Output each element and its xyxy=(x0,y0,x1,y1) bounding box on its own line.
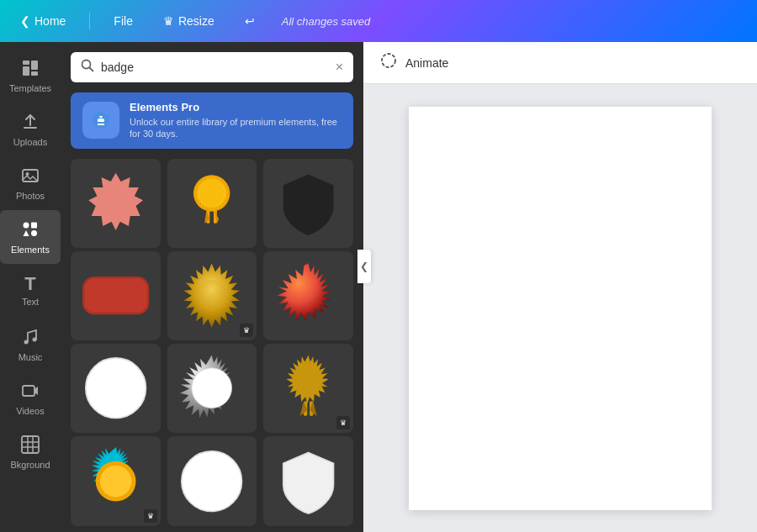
svg-rect-2 xyxy=(31,61,38,70)
templates-label: Templates xyxy=(9,83,51,93)
svg-point-29 xyxy=(85,358,146,419)
home-button[interactable]: ❮ Home xyxy=(13,9,72,33)
canvas-page[interactable] xyxy=(409,107,712,510)
photos-label: Photos xyxy=(16,191,45,201)
videos-icon xyxy=(21,382,40,403)
resize-icon: ♛ xyxy=(163,14,174,28)
sidebar-item-elements[interactable]: Elements xyxy=(0,210,61,264)
element-award-gold2[interactable]: ♛ xyxy=(263,344,353,434)
promo-icon xyxy=(82,102,119,139)
svg-rect-3 xyxy=(31,71,38,76)
text-icon: T xyxy=(24,275,35,293)
elements-grid: ♛ xyxy=(61,159,363,532)
uploads-icon xyxy=(21,113,40,134)
element-badge-red[interactable] xyxy=(71,251,161,341)
save-status: All changes saved xyxy=(282,15,371,28)
panel-collapse-toggle[interactable]: ❮ xyxy=(357,250,371,283)
undo-icon: ↩ xyxy=(245,14,255,28)
svg-rect-1 xyxy=(23,66,29,76)
svg-point-37 xyxy=(182,450,242,511)
undo-button[interactable]: ↩ xyxy=(238,9,262,33)
crown-badge-3: ♛ xyxy=(144,509,157,523)
photos-icon xyxy=(21,166,40,187)
sidebar-item-music[interactable]: Music xyxy=(0,318,61,371)
left-panel: × Elements Pro Unlock our entire library… xyxy=(61,42,363,532)
crown-badge-2: ♛ xyxy=(336,416,350,429)
animate-label: Animate xyxy=(405,56,448,70)
element-circle-white[interactable] xyxy=(71,344,161,434)
sidebar-item-uploads[interactable]: Uploads xyxy=(0,103,61,156)
svg-rect-12 xyxy=(23,386,34,396)
music-icon xyxy=(21,328,40,349)
canvas-area xyxy=(363,84,757,532)
svg-point-38 xyxy=(382,54,395,67)
music-label: Music xyxy=(19,352,43,362)
svg-point-6 xyxy=(26,172,29,176)
svg-line-19 xyxy=(90,68,93,71)
promo-title: Elements Pro xyxy=(130,101,341,113)
elements-label: Elements xyxy=(11,245,50,255)
search-input[interactable] xyxy=(101,61,329,74)
templates-icon xyxy=(21,59,40,80)
sidebar-item-videos[interactable]: Videos xyxy=(0,371,61,425)
element-seal-gold[interactable]: ♛ xyxy=(167,251,257,341)
sidebar-item-templates[interactable]: Templates xyxy=(0,49,61,103)
background-icon xyxy=(21,435,40,456)
svg-rect-26 xyxy=(83,278,148,314)
chevron-left-icon: ❮ xyxy=(20,14,30,28)
svg-rect-13 xyxy=(22,436,39,453)
svg-point-7 xyxy=(24,222,29,228)
resize-button[interactable]: ♛ Resize xyxy=(156,9,221,33)
sidebar-item-background[interactable]: Bkground xyxy=(0,425,61,479)
uploads-label: Uploads xyxy=(13,137,47,147)
promo-text: Elements Pro Unlock our entire library o… xyxy=(130,101,341,140)
element-circle-teal[interactable]: ♛ xyxy=(71,436,161,526)
search-bar: × xyxy=(71,52,353,82)
element-gear-silver[interactable] xyxy=(167,344,257,434)
topbar-divider xyxy=(89,13,90,29)
file-button[interactable]: File xyxy=(107,9,140,33)
topbar: ❮ Home File ♛ Resize ↩ All changes saved xyxy=(0,0,757,42)
svg-rect-8 xyxy=(31,222,37,228)
crown-badge: ♛ xyxy=(240,324,253,337)
text-label: Text xyxy=(22,297,39,307)
file-label: File xyxy=(114,14,133,28)
resize-label: Resize xyxy=(178,14,214,28)
element-rosette-pink[interactable] xyxy=(71,159,161,249)
sidebar-item-photos[interactable]: Photos xyxy=(0,156,61,210)
animate-bar: Animate xyxy=(363,42,757,84)
collapse-icon: ❮ xyxy=(360,261,368,272)
sidebar: Templates Uploads Photos xyxy=(0,42,61,532)
svg-point-9 xyxy=(31,230,37,236)
promo-banner[interactable]: Elements Pro Unlock our entire library o… xyxy=(71,92,353,149)
home-label: Home xyxy=(34,14,66,28)
search-clear-button[interactable]: × xyxy=(336,60,343,75)
element-starburst-red[interactable] xyxy=(263,251,353,341)
element-shield-black[interactable] xyxy=(263,159,353,249)
animate-icon xyxy=(380,52,397,73)
element-circle-white2[interactable] xyxy=(167,436,257,526)
svg-rect-4 xyxy=(24,127,37,129)
svg-point-10 xyxy=(24,340,29,344)
background-label: Bkground xyxy=(10,460,50,470)
promo-subtitle: Unlock our entire library of premium ele… xyxy=(130,116,341,140)
svg-point-36 xyxy=(100,465,132,497)
svg-rect-0 xyxy=(23,61,29,65)
element-award-gold[interactable] xyxy=(167,159,257,249)
elements-icon xyxy=(21,220,40,241)
element-shield-white[interactable] xyxy=(263,436,353,526)
svg-point-11 xyxy=(33,337,37,341)
search-icon xyxy=(81,59,94,76)
svg-point-30 xyxy=(192,368,232,408)
main-area: Animate xyxy=(363,42,757,532)
videos-label: Videos xyxy=(16,406,44,416)
sidebar-item-text[interactable]: T Text xyxy=(0,264,61,318)
svg-point-28 xyxy=(196,280,228,312)
